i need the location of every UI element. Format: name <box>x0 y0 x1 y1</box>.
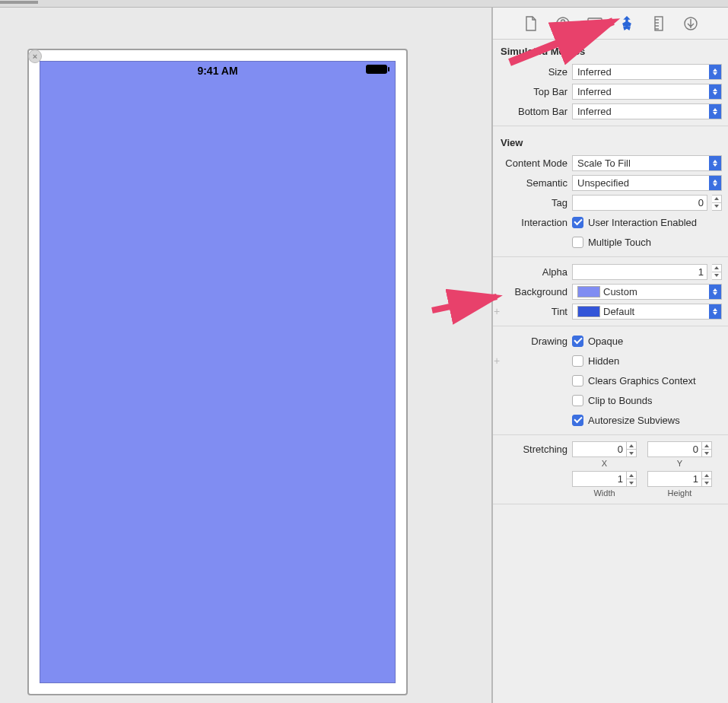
status-time: 9:41 AM <box>197 65 237 77</box>
stretch-y-field[interactable]: 0 <box>647 441 702 457</box>
toolbar-segment <box>0 1 38 4</box>
drawing-label: Drawing <box>493 336 567 347</box>
divider <box>493 126 728 126</box>
inspector-panel: Simulated Metrics Size Inferred Top Bar … <box>492 8 728 703</box>
hidden-text: Hidden <box>588 355 619 367</box>
divider <box>493 434 728 435</box>
svg-line-0 <box>432 297 497 310</box>
semantic-value: Unspecified <box>577 177 629 189</box>
interface-builder-canvas[interactable]: × 9:41 AM <box>0 8 492 703</box>
attributes-inspector-tab[interactable] <box>618 15 635 32</box>
user-interaction-checkbox[interactable] <box>572 217 583 228</box>
stretch-x-sublabel: X <box>602 459 607 468</box>
chevron-updown-icon <box>709 285 721 299</box>
tag-label: Tag <box>493 197 567 208</box>
autoresize-text: Autoresize Subviews <box>588 415 680 426</box>
multiple-touch-checkbox[interactable] <box>572 237 583 248</box>
multiple-touch-text: Multiple Touch <box>588 237 651 248</box>
interaction-label: Interaction <box>493 217 567 228</box>
size-inspector-tab[interactable] <box>650 15 667 32</box>
stretch-y-stepper[interactable] <box>702 441 712 457</box>
battery-icon <box>366 65 387 74</box>
semantic-label: Semantic <box>493 177 567 189</box>
autoresize-checkbox[interactable] <box>572 415 583 426</box>
identity-inspector-tab[interactable] <box>587 15 603 32</box>
hidden-checkbox[interactable] <box>572 355 583 367</box>
tint-popup[interactable]: Default <box>572 304 722 320</box>
semantic-popup[interactable]: Unspecified <box>572 175 722 191</box>
divider <box>493 326 728 326</box>
chevron-updown-icon <box>709 156 721 170</box>
stretch-x-field[interactable]: 0 <box>572 441 627 457</box>
stretch-width-field[interactable]: 1 <box>572 471 627 487</box>
alpha-label: Alpha <box>493 266 567 278</box>
svg-point-4 <box>590 21 593 24</box>
connections-inspector-tab[interactable] <box>682 15 699 32</box>
content-mode-value: Scale To Fill <box>577 157 631 169</box>
stretch-width-sublabel: Width <box>593 488 615 498</box>
chevron-updown-icon <box>709 176 721 190</box>
device-view[interactable]: 9:41 AM <box>40 61 396 683</box>
size-value: Inferred <box>577 66 612 78</box>
top-bar-label: Top Bar <box>493 86 567 97</box>
tag-stepper[interactable] <box>712 195 722 211</box>
content-mode-popup[interactable]: Scale To Fill <box>572 155 722 171</box>
add-attribute-icon[interactable]: + <box>493 355 502 367</box>
scene-artboard[interactable]: × 9:41 AM <box>27 49 408 695</box>
size-popup[interactable]: Inferred <box>572 64 722 80</box>
background-value: Custom <box>603 286 637 297</box>
tint-swatch <box>577 306 600 317</box>
tint-value: Default <box>603 306 634 317</box>
content-mode-label: Content Mode <box>493 157 567 169</box>
stretching-label: Stretching <box>493 441 567 455</box>
chevron-updown-icon <box>709 84 721 99</box>
stretch-height-field[interactable]: 1 <box>647 471 702 487</box>
chevron-updown-icon <box>709 65 721 79</box>
chevron-updown-icon <box>709 104 721 119</box>
divider <box>493 256 728 257</box>
stretch-height-sublabel: Height <box>668 488 692 498</box>
size-label: Size <box>493 66 567 78</box>
file-inspector-tab[interactable] <box>523 15 539 32</box>
alpha-stepper[interactable] <box>712 264 722 280</box>
stretch-x-stepper[interactable] <box>627 441 637 457</box>
clears-graphics-text: Clears Graphics Context <box>588 375 696 386</box>
section-view: View <box>493 131 728 153</box>
bottom-bar-value: Inferred <box>577 106 612 117</box>
background-popup[interactable]: Custom <box>572 284 722 300</box>
opaque-checkbox[interactable] <box>572 336 583 347</box>
chevron-updown-icon <box>709 304 721 319</box>
tint-label: Tint <box>493 306 567 317</box>
clip-to-bounds-checkbox[interactable] <box>572 395 583 406</box>
add-attribute-icon[interactable]: + <box>493 305 502 317</box>
divider <box>493 504 728 504</box>
background-label: Background <box>493 286 567 297</box>
opaque-text: Opaque <box>588 336 623 347</box>
top-bar-popup[interactable]: Inferred <box>572 84 722 100</box>
bottom-bar-popup[interactable]: Inferred <box>572 103 722 119</box>
svg-point-2 <box>562 27 564 28</box>
user-interaction-text: User Interaction Enabled <box>588 217 697 228</box>
window-toolbar <box>0 0 728 8</box>
status-bar: 9:41 AM <box>40 62 395 80</box>
quick-help-tab[interactable] <box>555 15 571 32</box>
stretch-y-sublabel: Y <box>677 459 682 468</box>
bottom-bar-label: Bottom Bar <box>493 106 567 117</box>
top-bar-value: Inferred <box>577 86 612 97</box>
stretch-height-stepper[interactable] <box>702 471 712 487</box>
section-simulated-metrics: Simulated Metrics <box>493 40 728 62</box>
background-swatch <box>577 286 600 297</box>
clip-to-bounds-text: Clip to Bounds <box>588 395 653 406</box>
clears-graphics-checkbox[interactable] <box>572 375 583 386</box>
inspector-tabs <box>493 8 728 40</box>
tag-field[interactable]: 0 <box>572 195 707 211</box>
stretch-width-stepper[interactable] <box>627 471 637 487</box>
alpha-field[interactable]: 1 <box>572 264 707 280</box>
